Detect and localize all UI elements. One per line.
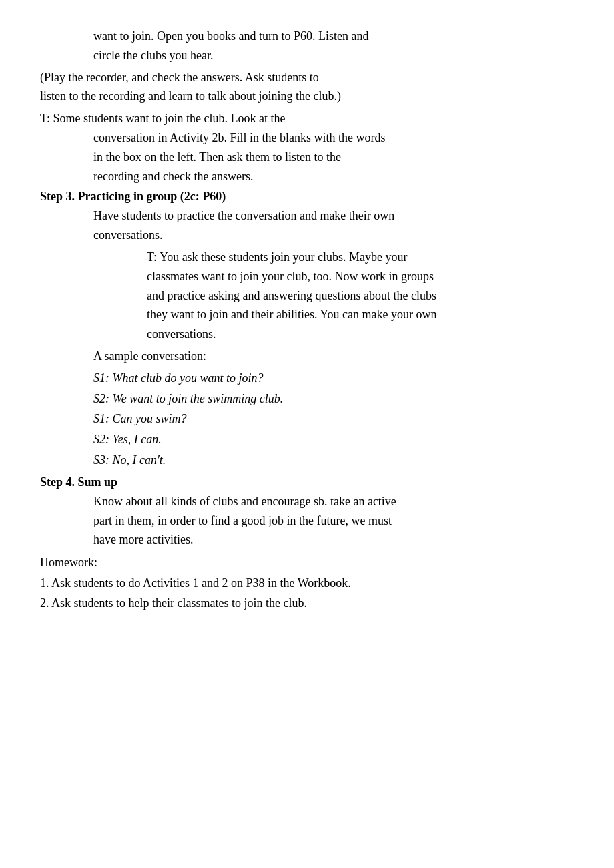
s2-line2: S2: Yes, I can. bbox=[93, 430, 574, 449]
sample-label: A sample conversation: bbox=[40, 347, 574, 366]
t-some-line2: conversation in Activity 2b. Fill in the… bbox=[40, 128, 574, 148]
t-some-line1: T: Some students want to join the club. … bbox=[40, 112, 286, 125]
s1-line1: S1: What club do you want to join? bbox=[93, 369, 574, 388]
step3-desc-line1: Have students to practice the conversati… bbox=[93, 209, 394, 222]
play-recorder-line1: (Play the recorder, and check the answer… bbox=[40, 71, 319, 84]
t-you-para: T: You ask these students join your club… bbox=[40, 248, 574, 344]
indent-open-line2: circle the clubs you hear. bbox=[93, 49, 213, 62]
indent-open-1: want to join. Open you books and turn to… bbox=[40, 27, 574, 65]
s1-line2: S1: Can you swim? bbox=[93, 409, 574, 429]
homework-section: Homework: 1. Ask students to do Activiti… bbox=[40, 552, 574, 614]
page-content: want to join. Open you books and turn to… bbox=[40, 27, 574, 614]
step4-desc-line2: part in them, in order to find a good jo… bbox=[93, 514, 392, 527]
step3-desc-line2: conversations. bbox=[93, 228, 162, 242]
step3-heading: Step 3. Practicing in group (2c: P60) bbox=[40, 190, 574, 204]
t-you-line1: T: You ask these students join your club… bbox=[147, 250, 408, 264]
t-some-line4: recording and check the answers. bbox=[40, 167, 574, 186]
step4-heading: Step 4. Sum up bbox=[40, 475, 574, 489]
t-you-line3: and practice asking and answering questi… bbox=[147, 289, 436, 302]
homework-label: Homework: bbox=[40, 552, 574, 573]
homework-item-2: 2. Ask students to help their classmates… bbox=[40, 593, 574, 614]
t-some-para: T: Some students want to join the club. … bbox=[40, 109, 574, 186]
step4-desc: Know about all kinds of clubs and encour… bbox=[40, 492, 574, 550]
s2-line1: S2: We want to join the swimming club. bbox=[93, 389, 574, 409]
step4-desc-line1: Know about all kinds of clubs and encour… bbox=[93, 495, 396, 508]
conversation-block: S1: What club do you want to join? S2: W… bbox=[40, 369, 574, 470]
step4-desc-line3: have more activities. bbox=[93, 533, 193, 546]
play-recorder-para: (Play the recorder, and check the answer… bbox=[40, 68, 574, 107]
play-recorder-line2: listen to the recording and learn to tal… bbox=[40, 89, 341, 103]
homework-item-1: 1. Ask students to do Activities 1 and 2… bbox=[40, 573, 574, 594]
step3-desc: Have students to practice the conversati… bbox=[40, 206, 574, 245]
s3-line1: S3: No, I can't. bbox=[93, 451, 574, 470]
t-some-line3: in the box on the left. Then ask them to… bbox=[40, 148, 574, 167]
t-you-line5: conversations. bbox=[147, 327, 216, 341]
t-you-line4: they want to join and their abilities. Y… bbox=[147, 308, 436, 321]
t-you-line2: classmates want to join your club, too. … bbox=[147, 270, 434, 283]
indent-open-line1: want to join. Open you books and turn to… bbox=[93, 29, 368, 43]
